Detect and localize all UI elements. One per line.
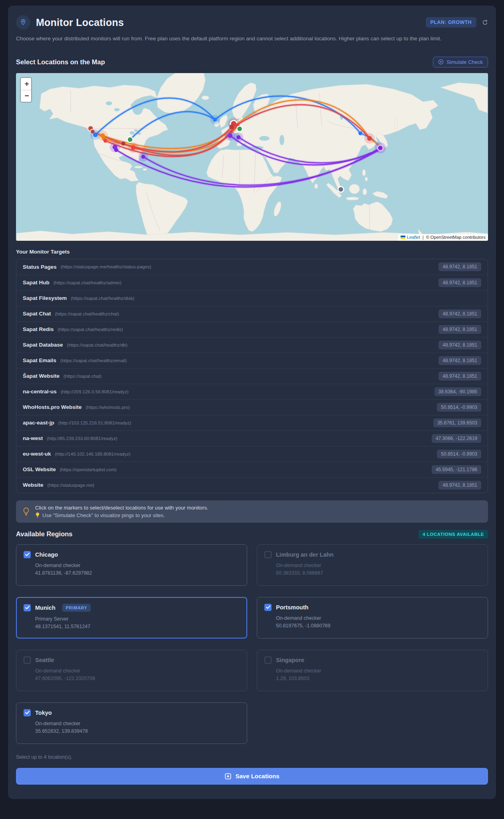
us-west-blue-marker[interactable]: [93, 132, 98, 137]
tip-box: Click on the markers to select/deselect …: [16, 500, 488, 523]
region-name: Chicago: [35, 551, 58, 558]
map-zoom-control: + −: [20, 77, 32, 103]
world-map[interactable]: + − Leaflet | © OpenStreetMap contributo…: [16, 73, 488, 241]
region-coordinates: 35.652832, 139.839478: [35, 728, 240, 734]
lightbulb-filled-icon: [35, 512, 40, 518]
target-coordinates-badge: 48.9742, 8.1851: [439, 309, 481, 318]
target-url: (https://sapat.chat/healthz/admin): [54, 280, 121, 285]
target-url: (https://sapat.chat/healthz/email): [60, 358, 127, 363]
chicago-green-marker[interactable]: [127, 137, 133, 142]
checkmark-icon: [25, 553, 30, 556]
save-locations-button[interactable]: Save Locations: [16, 768, 488, 785]
target-name: Website: [23, 482, 44, 488]
refresh-icon[interactable]: [482, 20, 488, 26]
zoom-out-button[interactable]: −: [21, 90, 32, 102]
target-url: (https://statuspage.me/healthz/status-pa…: [61, 264, 151, 269]
target-coordinates-badge: 48.9742, 8.1851: [439, 341, 481, 349]
target-coordinates-badge: 35.6761, 139.6503: [433, 418, 481, 427]
region-card-singapore[interactable]: SingaporeOn-demand checker1.29, 103.8503: [257, 650, 488, 691]
target-row: eu-west-uk(http://149.102.146.185:8081/r…: [16, 446, 488, 462]
eu-purple-1-marker[interactable]: [228, 133, 232, 138]
region-checkbox[interactable]: [264, 604, 272, 611]
asia-red-marker[interactable]: [367, 136, 372, 141]
target-coordinates-badge: 45.5945, -121.1786: [432, 465, 481, 474]
target-url: (https://openstartuplist.com): [60, 467, 117, 472]
region-name: Limburg an der Lahn: [276, 551, 333, 558]
attribution-divider: |: [423, 235, 424, 240]
target-name: Sapat Database: [23, 342, 63, 348]
osm-attribution[interactable]: © OpenStreetMap contributors: [426, 235, 486, 240]
map-section-header: Select Locations on the Map Simulate Che…: [16, 57, 488, 67]
target-row: na-central-us(http://209.126.0.56:8081/r…: [16, 384, 488, 399]
target-url: (https://sapat.chat/healthz/chat): [55, 311, 119, 316]
page-description: Choose where your distributed monitors w…: [16, 34, 481, 43]
locations-available-badge: 4 LOCATIONS AVAILABLE: [419, 530, 488, 539]
region-card-limburg-an-der-lahn[interactable]: Limburg an der LahnOn-demand checker50.3…: [257, 544, 488, 586]
checkmark-icon: [25, 606, 30, 609]
us-purple-2-marker[interactable]: [114, 148, 118, 152]
us-red-2-marker[interactable]: [131, 145, 136, 150]
target-row: Šapat Website(https://sapat.chat)48.9742…: [16, 368, 488, 384]
target-coordinates-badge: 48.9742, 8.1851: [439, 356, 481, 365]
target-row: Website(https://statuspage.me)48.9742, 8…: [16, 477, 488, 493]
us-red-1-marker[interactable]: [103, 139, 107, 143]
uk-blue-marker[interactable]: [213, 117, 217, 121]
monitor-targets-list: Status Pages(https://statuspage.me/healt…: [16, 259, 488, 493]
region-checkbox[interactable]: [24, 604, 31, 611]
regions-grid: ChicagoOn-demand checker41.8781136, -87.…: [16, 544, 488, 744]
zoom-in-button[interactable]: +: [21, 78, 32, 90]
ukraine-flag-icon: [401, 236, 405, 239]
us-darkred-marker[interactable]: [121, 141, 125, 145]
region-name: Tokyo: [35, 710, 52, 716]
target-row: Sapat Chat(https://sapat.chat/healthz/ch…: [16, 306, 488, 321]
region-coordinates: 41.8781136, -87.6297982: [35, 570, 240, 576]
munich-green-marker[interactable]: [237, 126, 242, 131]
target-row: Sapat Hub(https://sapat.chat/healthz/adm…: [16, 275, 488, 290]
eu-darkred-marker[interactable]: [229, 124, 234, 129]
region-card-munich[interactable]: MunichPRIMARYPrimary Server48.1371541, 1…: [16, 597, 247, 639]
region-card-seattle[interactable]: SeattleOn-demand checker47.6062095, -122…: [16, 650, 247, 691]
region-coordinates: 50.383333, 8.066667: [276, 570, 480, 576]
selection-limit-note: Select up to 4 location(s).: [16, 754, 488, 760]
region-subtitle: On-demand checker: [35, 668, 240, 674]
target-name: apac-east-jp: [23, 420, 54, 426]
target-row: apac-east-jp(http://103.125.216.51:8081/…: [16, 415, 488, 430]
asia-blue-marker[interactable]: [358, 131, 362, 135]
region-checkbox[interactable]: [264, 656, 272, 664]
checkmark-icon: [266, 605, 270, 609]
region-checkbox[interactable]: [24, 551, 31, 558]
regions-section-header: Available Regions 4 LOCATIONS AVAILABLE: [16, 530, 488, 539]
region-name: Portsmouth: [276, 604, 308, 611]
target-url: (http://209.126.0.56:8081/readyz): [61, 389, 129, 394]
target-url: (https://statuspage.me): [48, 483, 95, 488]
target-name: Sapat Redis: [23, 326, 54, 332]
region-card-tokyo[interactable]: TokyoOn-demand checker35.652832, 139.839…: [16, 702, 247, 744]
us-purple-3-marker[interactable]: [141, 155, 145, 159]
simulate-check-button[interactable]: Simulate Check: [433, 57, 488, 67]
singapore-gray-marker[interactable]: [338, 186, 343, 192]
target-name: Status Pages: [23, 264, 57, 270]
target-coordinates-badge: 48.9742, 8.1851: [439, 481, 481, 490]
region-card-header: Chicago: [24, 551, 240, 558]
region-card-header: Portsmouth: [264, 604, 480, 611]
save-icon: [224, 773, 232, 780]
region-subtitle: On-demand checker: [35, 721, 240, 726]
leaflet-link[interactable]: Leaflet: [407, 235, 420, 240]
eu-purple-2-marker[interactable]: [236, 135, 240, 139]
target-row: na-west(http://85.239.233.60:8081/readyz…: [16, 430, 488, 446]
target-url: (https://sapat.chat): [63, 374, 101, 379]
region-card-portsmouth[interactable]: PortsmouthOn-demand checker50.8197675, -…: [257, 597, 488, 639]
target-name: Sapat Hub: [23, 280, 50, 286]
region-coordinates: 50.8197675, -1.0880769: [276, 623, 480, 629]
world-map-svg: [16, 73, 488, 241]
target-coordinates-badge: 38.6364, -90.1985: [435, 387, 481, 396]
region-checkbox[interactable]: [264, 551, 272, 558]
region-checkbox[interactable]: [24, 656, 31, 664]
target-name: OSL Website: [23, 466, 56, 472]
region-checkbox[interactable]: [24, 709, 31, 716]
region-card-chicago[interactable]: ChicagoOn-demand checker41.8781136, -87.…: [16, 544, 247, 586]
tokyo-purple-marker[interactable]: [377, 145, 383, 151]
target-name: Sapat Filesystem: [23, 295, 67, 301]
target-row: Sapat Redis(https://sapat.chat/healthz/r…: [16, 321, 488, 337]
region-card-header: Tokyo: [24, 709, 240, 716]
